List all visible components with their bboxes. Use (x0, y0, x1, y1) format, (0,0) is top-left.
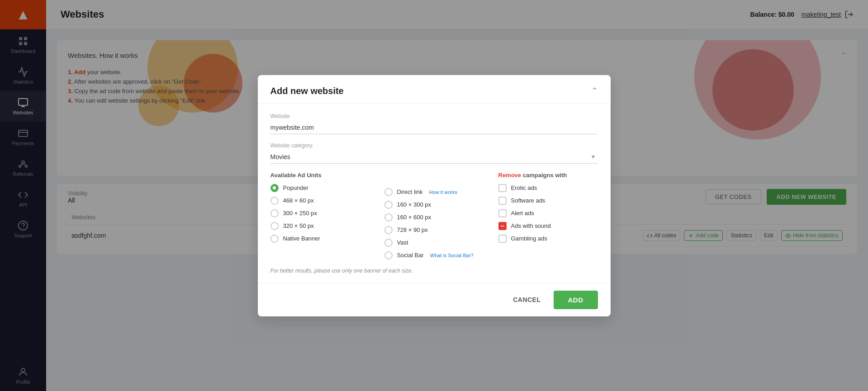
checkbox-software-ads-label: Software ads (511, 197, 545, 204)
more-ad-units-col: Direct link How it works 160 × 300 px 16… (384, 172, 484, 264)
category-field-label: Website category: (270, 142, 598, 149)
modal-footer: CANCEL ADD (258, 283, 611, 316)
ad-config-section: Available Ad Units Popunder 468 × 60 px (270, 172, 598, 264)
radio-popunder[interactable]: Popunder (270, 184, 370, 192)
cancel-button[interactable]: CANCEL (506, 292, 548, 308)
radio-160x300-circle (384, 201, 393, 209)
add-website-modal: Add new website ⌃ Website Website catego… (258, 75, 611, 316)
radio-300x250-circle (270, 209, 279, 217)
checkbox-ads-with-sound[interactable]: Ads with sound (498, 222, 598, 230)
checkbox-gambling-ads-label: Gambling ads (511, 235, 547, 242)
website-field-label: Website (270, 113, 598, 119)
checkbox-alert-ads[interactable]: Alert ads (498, 209, 598, 217)
modal-collapse-button[interactable]: ⌃ (591, 86, 598, 96)
radio-320x50[interactable]: 320 × 50 px (270, 222, 370, 230)
radio-social-bar[interactable]: Social Bar What is Social Bar? (384, 251, 484, 259)
modal-overlay[interactable]: Add new website ⌃ Website Website catego… (0, 0, 868, 391)
add-button[interactable]: ADD (554, 291, 598, 309)
radio-direct-link[interactable]: Direct link How it works (384, 188, 484, 196)
radio-vast-circle (384, 239, 393, 247)
radio-native-banner-circle (270, 235, 279, 243)
available-ad-units-col: Available Ad Units Popunder 468 × 60 px (270, 172, 370, 264)
checkbox-erotic-ads-box (498, 184, 507, 192)
radio-160x300[interactable]: 160 × 300 px (384, 201, 484, 209)
radio-728x90[interactable]: 728 × 90 px (384, 226, 484, 234)
radio-popunder-label: Popunder (283, 184, 308, 191)
spacer (384, 172, 484, 183)
remove-title-rest: campaigns with (523, 172, 567, 179)
radio-300x250[interactable]: 300 × 250 px (270, 209, 370, 217)
remove-campaigns-title: Remove campaigns with (498, 172, 598, 179)
radio-vast-label: Vast (397, 239, 408, 246)
checkbox-erotic-ads[interactable]: Erotic ads (498, 184, 598, 192)
radio-468x60-label: 468 × 60 px (283, 197, 314, 204)
radio-320x50-circle (270, 222, 279, 230)
radio-160x600-circle (384, 213, 393, 221)
category-field-group: Website category: Movies News Sports Ent… (270, 142, 598, 164)
modal-title: Add new website (270, 86, 344, 96)
how-it-works-link[interactable]: How it works (429, 189, 457, 195)
modal-body: Website Website category: Movies News Sp… (258, 104, 611, 283)
radio-native-banner-label: Native Banner (283, 235, 320, 242)
radio-social-bar-label: Social Bar (397, 252, 424, 259)
hint-text: For better results, please use only one … (270, 268, 598, 274)
checkbox-software-ads-box (498, 197, 507, 205)
radio-468x60[interactable]: 468 × 60 px (270, 197, 370, 205)
radio-728x90-label: 728 × 90 px (397, 226, 428, 233)
checkbox-ads-with-sound-box (498, 222, 507, 230)
checkbox-alert-ads-box (498, 209, 507, 217)
radio-popunder-circle (270, 184, 279, 192)
remove-campaigns-col: Remove campaigns with Erotic ads Softwar… (498, 172, 598, 264)
website-input[interactable] (270, 121, 598, 134)
radio-160x600-label: 160 × 600 px (397, 214, 432, 221)
ad-units-title: Available Ad Units (270, 172, 370, 179)
checkbox-software-ads[interactable]: Software ads (498, 197, 598, 205)
category-select-wrapper: Movies News Sports Entertainment Technol… (270, 151, 598, 164)
radio-direct-link-label: Direct link (397, 188, 423, 195)
category-select[interactable]: Movies News Sports Entertainment Technol… (270, 151, 598, 164)
radio-160x600[interactable]: 160 × 600 px (384, 213, 484, 221)
website-field-group: Website (270, 113, 598, 134)
radio-160x300-label: 160 × 300 px (397, 201, 432, 208)
radio-native-banner[interactable]: Native Banner (270, 235, 370, 243)
radio-vast[interactable]: Vast (384, 239, 484, 247)
checkbox-gambling-ads-box (498, 235, 507, 243)
radio-320x50-label: 320 × 50 px (283, 222, 314, 229)
checkbox-alert-ads-label: Alert ads (511, 210, 534, 217)
checkbox-erotic-ads-label: Erotic ads (511, 184, 537, 191)
remove-title-highlight: Remove (498, 172, 522, 179)
radio-728x90-circle (384, 226, 393, 234)
checkbox-ads-with-sound-label: Ads with sound (511, 222, 551, 229)
radio-300x250-label: 300 × 250 px (283, 210, 318, 217)
what-is-social-bar-link[interactable]: What is Social Bar? (430, 253, 474, 258)
radio-468x60-circle (270, 197, 279, 205)
checkbox-gambling-ads[interactable]: Gambling ads (498, 235, 598, 243)
radio-social-bar-circle (384, 251, 393, 259)
modal-header: Add new website ⌃ (258, 75, 611, 104)
radio-direct-link-circle (384, 188, 393, 196)
